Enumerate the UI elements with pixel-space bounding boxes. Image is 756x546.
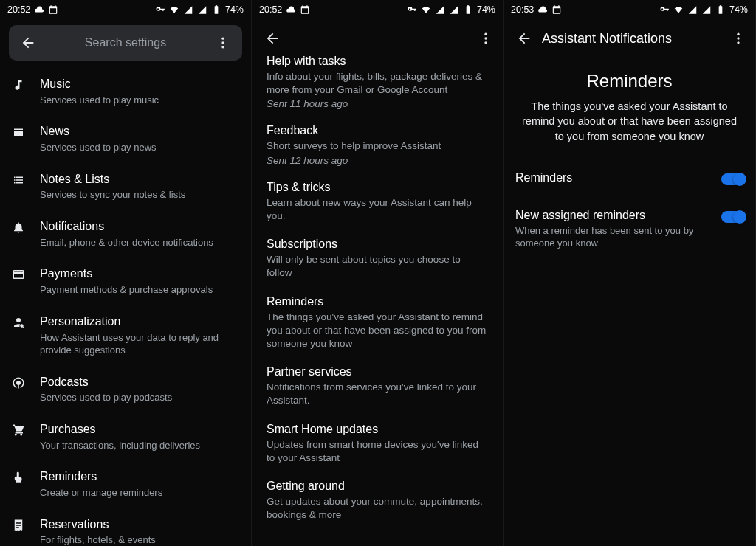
status-battery-pct: 74%: [477, 4, 495, 15]
settings-row-purchases[interactable]: Purchases Your transactions, including d…: [0, 413, 251, 460]
svg-point-7: [737, 37, 739, 39]
cloud-icon: [537, 4, 548, 15]
signal-icon: [183, 4, 193, 15]
cat-subtitle: Updates from smart home devices you've l…: [267, 438, 488, 465]
wifi-icon: [169, 4, 179, 15]
search-placeholder: Search settings: [43, 36, 208, 49]
row-title: Purchases: [40, 422, 241, 438]
cat-title: Feedback: [267, 124, 488, 137]
svg-point-4: [484, 37, 487, 39]
status-time: 20:52: [7, 4, 30, 15]
signal-icon-2: [701, 4, 712, 15]
row-subtitle: Services to sync your notes & lists: [40, 188, 241, 201]
cat-subtitle: Info about your flights, bills, package …: [267, 70, 488, 97]
list-icon: [12, 172, 40, 187]
settings-row-reminders[interactable]: Reminders Create or manage reminders: [0, 460, 251, 508]
calendar-icon: [300, 4, 310, 15]
settings-row-notes[interactable]: Notes & Lists Services to sync your note…: [0, 163, 251, 210]
settings-row-personalization[interactable]: Personalization How Assistant uses your …: [0, 305, 251, 366]
receipt-icon: [12, 517, 40, 532]
signal-icon: [687, 4, 698, 15]
cat-title: Subscriptions: [267, 238, 488, 251]
finger-icon: [12, 469, 40, 484]
svg-point-0: [221, 38, 224, 40]
toggle-new-assigned-reminders[interactable]: New assigned reminders When a reminder h…: [504, 197, 755, 262]
switch-on[interactable]: [721, 173, 743, 185]
settings-row-reservations[interactable]: Reservations For flights, hotels, & even…: [0, 508, 251, 546]
settings-row-music[interactable]: Music Services used to play music: [0, 68, 251, 115]
cat-title: Smart Home updates: [267, 423, 488, 436]
settings-row-news[interactable]: News Services used to play news: [0, 115, 251, 162]
category-subscriptions[interactable]: Subscriptions Will only be sent about to…: [252, 230, 503, 287]
cat-sent: Sent 12 hours ago: [267, 155, 488, 166]
appbar: Assistant Notifications: [504, 19, 755, 58]
category-getting-around[interactable]: Getting around Get updates about your co…: [252, 472, 503, 529]
row-title: Payments: [40, 266, 241, 282]
back-icon[interactable]: [13, 35, 43, 51]
notification-category-list: Help with tasks Info about your flights,…: [252, 52, 503, 546]
status-battery-pct: 74%: [729, 4, 748, 15]
battery-icon: [463, 4, 473, 15]
svg-point-1: [221, 41, 224, 44]
row-subtitle: Services used to play news: [40, 141, 241, 154]
row-title: Reservations: [40, 517, 241, 533]
category-tips[interactable]: Tips & tricks Learn about new ways your …: [252, 173, 503, 230]
reminders-header-card: Reminders The things you've asked your A…: [504, 58, 755, 159]
panel-settings-list: 20:52 74% Search settings Music Services…: [0, 0, 252, 546]
vpn-key-icon: [407, 4, 417, 15]
row-subtitle: Email, phone & other device notification…: [40, 236, 241, 249]
cart-icon: [12, 422, 40, 437]
category-help-with-tasks[interactable]: Help with tasks Info about your flights,…: [252, 55, 503, 117]
status-bar: 20:52 74%: [252, 0, 503, 19]
settings-row-notifications[interactable]: Notifications Email, phone & other devic…: [0, 210, 251, 258]
music-note-icon: [12, 77, 40, 91]
row-subtitle: How Assistant uses your data to reply an…: [40, 331, 241, 357]
toggle-reminders[interactable]: Reminders: [504, 159, 755, 197]
category-feedback[interactable]: Feedback Short surveys to help improve A…: [252, 117, 503, 173]
status-battery-pct: 74%: [225, 4, 244, 15]
cat-subtitle: Get updates about your commute, appointm…: [267, 495, 488, 522]
bell-icon: [12, 219, 40, 234]
row-subtitle: For flights, hotels, & events: [40, 533, 241, 546]
cat-title: Reminders: [267, 295, 488, 308]
switch-on[interactable]: [721, 211, 743, 223]
back-icon[interactable]: [509, 30, 539, 46]
row-title: Reminders: [40, 469, 241, 485]
settings-row-podcasts[interactable]: Podcasts Services used to play podcasts: [0, 366, 251, 413]
more-icon[interactable]: [208, 35, 238, 50]
row-title: Personalization: [40, 314, 241, 330]
category-smart-home[interactable]: Smart Home updates Updates from smart ho…: [252, 415, 503, 472]
header-title: Reminders: [520, 71, 739, 91]
signal-icon-2: [449, 4, 459, 15]
more-icon[interactable]: [727, 31, 749, 46]
cat-title: Help with tasks: [267, 55, 488, 68]
battery-icon: [715, 4, 726, 15]
row-title: Music: [40, 77, 241, 92]
row-subtitle: Services used to play podcasts: [40, 391, 241, 404]
category-partner-services[interactable]: Partner services Notifications from serv…: [252, 358, 503, 415]
toggle-title: Reminders: [515, 171, 714, 184]
vpn-key-icon: [659, 4, 670, 15]
wifi-icon: [421, 4, 431, 15]
back-icon[interactable]: [258, 30, 287, 46]
cat-title: Getting around: [267, 480, 488, 493]
wifi-icon: [673, 4, 684, 15]
cat-subtitle: The things you've asked your Assistant t…: [267, 311, 488, 351]
signal-icon: [435, 4, 445, 15]
search-settings-bar[interactable]: Search settings: [9, 25, 242, 61]
cat-subtitle: Short surveys to help improve Assistant: [267, 139, 488, 153]
row-subtitle: Create or manage reminders: [40, 486, 241, 500]
category-reminders[interactable]: Reminders The things you've asked your A…: [252, 288, 503, 359]
calendar-icon: [551, 4, 562, 15]
podcast-icon: [12, 375, 40, 390]
svg-point-6: [737, 33, 739, 35]
status-time: 20:53: [511, 4, 534, 15]
row-subtitle: Payment methods & purchase approvals: [40, 283, 241, 297]
svg-point-3: [484, 33, 487, 35]
toggle-subtitle: When a reminder has been sent to you by …: [515, 224, 714, 250]
cloud-icon: [34, 4, 44, 15]
settings-row-payments[interactable]: Payments Payment methods & purchase appr…: [0, 258, 251, 305]
status-bar: 20:53 74%: [504, 0, 755, 19]
more-icon[interactable]: [475, 31, 497, 46]
row-title: Notifications: [40, 219, 241, 235]
